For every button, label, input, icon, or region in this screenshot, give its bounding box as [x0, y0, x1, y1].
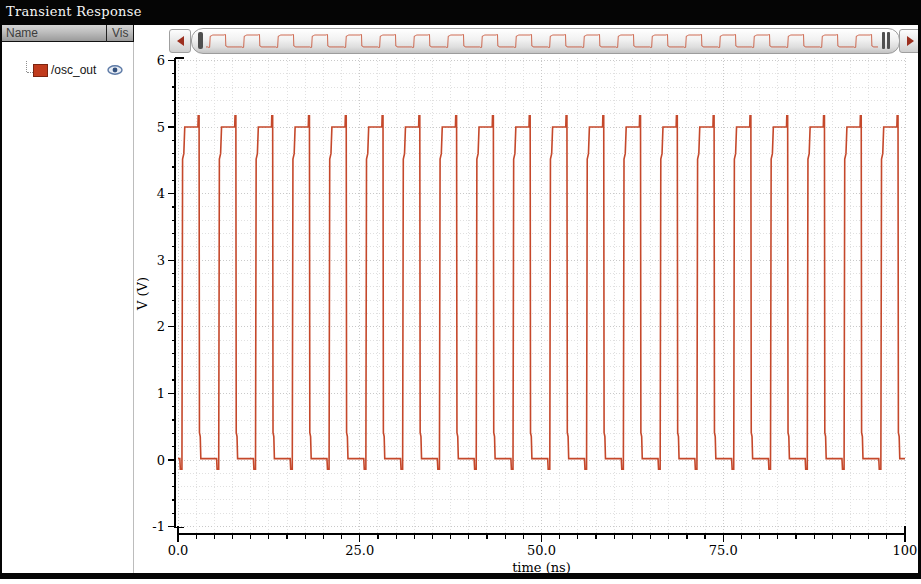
signal-name-label: /osc_out [51, 63, 96, 77]
window-title: Transient Response [6, 4, 142, 19]
column-header-name[interactable]: Name [6, 26, 38, 40]
svg-text:V (V): V (V) [135, 277, 150, 311]
waveform-window: { "window": { "title": "Transient Respon… [0, 0, 921, 584]
plot-canvas[interactable]: -101234560.025.050.075.0100time (ns)V (V… [135, 55, 918, 573]
svg-text:75.0: 75.0 [709, 543, 738, 558]
svg-text:50.0: 50.0 [527, 543, 556, 558]
svg-text:2: 2 [157, 319, 165, 334]
column-header-vis[interactable]: Vis [106, 25, 133, 42]
visibility-eye-icon[interactable] [107, 64, 123, 76]
svg-text:time (ns): time (ns) [512, 560, 571, 573]
window-left-edge [0, 25, 2, 573]
svg-text:25.0: 25.0 [345, 543, 374, 558]
svg-text:3: 3 [157, 253, 165, 268]
overview-right-handle[interactable] [887, 32, 890, 49]
overview-left-handle[interactable] [198, 32, 203, 49]
right-arrow-icon [907, 36, 914, 46]
window-bottom-edge [0, 573, 921, 579]
svg-text:100: 100 [893, 543, 918, 558]
sidebar-column-headers: Name Vis [2, 25, 134, 42]
overview-scrollbar[interactable] [191, 28, 900, 54]
svg-text:0.0: 0.0 [168, 543, 189, 558]
window-titlebar[interactable]: Transient Response [0, 0, 921, 25]
overview-waveform [204, 31, 880, 51]
svg-text:5: 5 [157, 120, 165, 135]
svg-text:0: 0 [157, 453, 165, 468]
svg-text:6: 6 [157, 55, 165, 68]
signal-row[interactable]: /osc_out [2, 62, 133, 80]
signal-color-swatch[interactable] [33, 64, 48, 77]
tree-branch-icon [26, 61, 28, 72]
scroll-left-button[interactable] [169, 29, 191, 53]
signal-list: /osc_out [2, 42, 133, 573]
svg-text:1: 1 [157, 386, 165, 401]
left-arrow-icon [177, 36, 184, 46]
svg-text:4: 4 [157, 186, 165, 201]
svg-text:-1: -1 [152, 519, 165, 534]
overview-right-handle[interactable] [882, 32, 885, 49]
sidebar-plot-divider [133, 42, 134, 573]
